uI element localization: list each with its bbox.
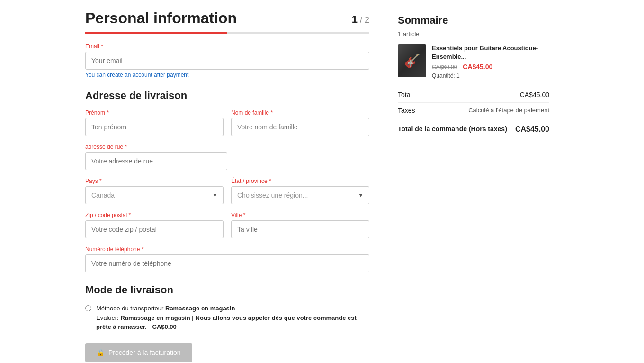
street-input[interactable] xyxy=(85,152,227,170)
taxes-label: Taxes xyxy=(398,107,415,114)
order-total-row: Total de la commande (Hors taxes) CA$45.… xyxy=(398,120,549,134)
phone-field-group: Numéro de téléphone * xyxy=(85,246,369,272)
city-label: Ville * xyxy=(231,212,369,218)
product-image: 🎸 xyxy=(398,44,426,77)
lock-icon: 🔒 xyxy=(97,349,105,356)
province-label: État / province * xyxy=(231,178,369,184)
total-row: Total CA$45.00 xyxy=(398,87,549,99)
sidebar-title: Sommaire xyxy=(398,14,549,27)
delivery-mode-heading: Mode de livraison xyxy=(85,284,369,296)
progress-bar-fill xyxy=(85,32,227,34)
delivery-radio[interactable] xyxy=(85,305,91,311)
delivery-text: Méthode du transporteur Ramassage en mag… xyxy=(96,304,369,332)
zip-field-group: Zip / code postal * xyxy=(85,212,224,238)
phone-label: Numéro de téléphone * xyxy=(85,246,369,253)
delivery-option: Méthode du transporteur Ramassage en mag… xyxy=(85,304,369,332)
product-name: Essentiels pour Guitare Acoustique- Ense… xyxy=(432,44,549,61)
phone-input[interactable] xyxy=(85,254,369,272)
proceed-button[interactable]: 🔒 Procéder à la facturation xyxy=(85,343,192,362)
email-input[interactable] xyxy=(85,52,369,70)
product-price-original: CA$60.00 xyxy=(432,64,457,71)
email-field-group: Email * You can create an account after … xyxy=(85,43,369,78)
step-total: 2 xyxy=(365,15,369,25)
email-helper-text: You can create an account after payment xyxy=(85,72,369,78)
province-field-group: État / province * Choisissez une région.… xyxy=(231,178,369,204)
zip-input[interactable] xyxy=(85,220,224,238)
guitar-icon: 🎸 xyxy=(404,53,420,69)
product-price-sale: CA$45.00 xyxy=(463,63,492,71)
firstname-field-group: Prénom * xyxy=(85,109,224,136)
province-select[interactable]: Choisissez une région... xyxy=(231,186,369,204)
country-province-row: Pays * Canada ▼ État / province * xyxy=(85,178,369,204)
article-count: 1 article xyxy=(398,30,549,37)
taxes-value: Calculé à l'étape de paiement xyxy=(468,107,549,114)
email-label: Email * xyxy=(85,43,369,50)
city-input[interactable] xyxy=(231,220,369,238)
country-field-group: Pays * Canada ▼ xyxy=(85,178,224,204)
lastname-field-group: Nom de famille * xyxy=(231,109,369,136)
step-current: 1 xyxy=(352,13,358,25)
country-label: Pays * xyxy=(85,178,224,184)
page-title: Personal information xyxy=(85,9,237,27)
sidebar: Sommaire 1 article 🎸 Essentiels pour Gui… xyxy=(398,9,549,362)
product-prices: CA$60.00 CA$45.00 xyxy=(432,63,549,71)
total-value: CA$45.00 xyxy=(520,91,549,99)
country-select-wrapper: Canada ▼ xyxy=(85,186,224,204)
product-info: Essentiels pour Guitare Acoustique- Ense… xyxy=(432,44,549,79)
zip-city-row: Zip / code postal * Ville * xyxy=(85,212,369,238)
order-total-value: CA$45.00 xyxy=(515,125,549,134)
lastname-input[interactable] xyxy=(231,118,369,136)
firstname-input[interactable] xyxy=(85,118,224,136)
city-field-group: Ville * xyxy=(231,212,369,238)
step-indicator: 1 / 2 xyxy=(352,13,369,26)
order-total-label: Total de la commande (Hors taxes) xyxy=(398,125,507,134)
lastname-label: Nom de famille * xyxy=(231,109,369,116)
zip-label: Zip / code postal * xyxy=(85,212,224,218)
main-content: Personal information 1 / 2 Email * You c… xyxy=(85,9,369,362)
country-select[interactable]: Canada xyxy=(85,186,224,204)
name-row: Prénom * Nom de famille * xyxy=(85,109,369,136)
product-qty: Quantité: 1 xyxy=(432,73,549,79)
total-label: Total xyxy=(398,91,412,99)
street-field-group: adresse de rue * xyxy=(85,144,369,170)
taxes-row: Taxes Calculé à l'étape de paiement xyxy=(398,102,549,114)
delivery-address-heading: Adresse de livraison xyxy=(85,90,369,102)
proceed-button-label: Procéder à la facturation xyxy=(108,349,181,356)
product-row: 🎸 Essentiels pour Guitare Acoustique- En… xyxy=(398,44,549,79)
province-select-wrapper: Choisissez une région... ▼ xyxy=(231,186,369,204)
progress-bar xyxy=(85,32,369,34)
step-separator: / xyxy=(360,15,362,25)
street-label: adresse de rue * xyxy=(85,144,369,150)
firstname-label: Prénom * xyxy=(85,109,224,116)
